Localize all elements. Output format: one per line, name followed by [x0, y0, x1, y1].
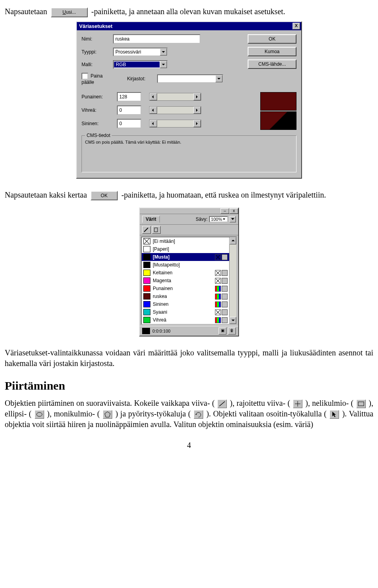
paina-checkbox[interactable] — [82, 73, 88, 80]
footer-text: 0:0:0:100 — [152, 329, 170, 333]
label-punainen: Punainen: — [82, 94, 117, 100]
varit-palette: – x Värit Sävy: 100% [Ei mitään] [Paperi… — [139, 207, 239, 337]
chevron-down-icon[interactable] — [215, 75, 222, 82]
para-4a: Objektien piirtäminen on suoraviivaista.… — [5, 399, 215, 407]
paina-checkbox-wrap[interactable]: Paina päälle — [82, 73, 115, 85]
palette-tabrow: Värit Sävy: 100% — [140, 214, 238, 225]
footer-swatch-icon — [142, 328, 150, 334]
palette-topbar: – x — [140, 208, 238, 214]
ok-inline-button[interactable]: OK — [91, 191, 118, 200]
close-icon[interactable]: x — [230, 208, 238, 214]
scroll-up-icon[interactable] — [230, 237, 236, 244]
dialog-titlebar: Väriasetukset X — [77, 22, 301, 30]
cms-text: CMS on pois päältä. Tämä väri käyttää: E… — [85, 140, 293, 144]
rectangle-tool-icon[interactable] — [356, 399, 366, 408]
color-item-ruskea[interactable]: ruskea — [142, 292, 229, 300]
kirjastot-select[interactable] — [157, 74, 223, 83]
vihrea-input[interactable] — [117, 105, 141, 115]
arrow-right-icon[interactable] — [193, 120, 201, 127]
ellipse-tool-icon[interactable] — [35, 410, 44, 419]
svg-rect-5 — [358, 402, 364, 406]
chevron-down-icon[interactable] — [160, 48, 167, 55]
trash-icon[interactable]: 🗑 — [228, 327, 236, 335]
para-4e: ), monikulmio- ( — [47, 409, 100, 418]
uusi-button[interactable]: Uusi... — [51, 7, 88, 17]
chevron-down-icon[interactable] — [160, 61, 167, 68]
arrow-left-icon[interactable] — [150, 107, 157, 114]
menu-icon[interactable] — [230, 216, 236, 222]
color-item-mustapeitto[interactable]: [Mustapeitto] — [142, 261, 229, 269]
color-item-keltainen[interactable]: Keltainen — [142, 269, 229, 277]
para-2a: Napsautetaan kaksi kertaa — [5, 190, 89, 199]
color-item-paperi[interactable]: [Paperi] — [142, 245, 229, 253]
constrained-line-tool-icon[interactable] — [293, 399, 302, 408]
color-item-syaani[interactable]: Syaani — [142, 308, 229, 316]
cms-lahde-button[interactable]: CMS-lähde... — [248, 59, 296, 69]
sininen-slider[interactable] — [149, 120, 201, 128]
color-item-punainen[interactable]: Punainen — [142, 285, 229, 292]
swatch-icon — [143, 262, 150, 268]
para-1a: Napsautetaan — [5, 7, 49, 16]
malli-value: RGB — [114, 61, 160, 68]
color-item-none[interactable]: [Ei mitään] — [142, 237, 229, 245]
varit-tab[interactable]: Värit — [142, 216, 160, 223]
para-1: Napsautetaan Uusi... -painiketta, ja ann… — [5, 6, 373, 17]
minimize-icon[interactable]: – — [220, 208, 229, 214]
uusi-label: usi... — [66, 9, 76, 15]
kumoa-button[interactable]: Kumoa — [248, 47, 296, 56]
cms-tiedot-group: CMS-tiedot CMS on pois päältä. Tämä väri… — [82, 135, 296, 172]
list-scrollbar[interactable] — [229, 237, 236, 324]
pointer-tool-icon[interactable] — [330, 410, 339, 419]
polygon-tool-icon[interactable] — [103, 410, 112, 419]
para-2b: -painiketta, ja huomataan, että ruskea o… — [121, 190, 326, 199]
label-nimi: Nimi: — [82, 36, 113, 42]
ok-button[interactable]: OK — [248, 34, 296, 44]
swatch-icon — [143, 277, 150, 284]
swatch-icon — [143, 285, 150, 292]
scroll-down-icon[interactable] — [230, 317, 236, 324]
color-item-sininen[interactable]: Sininen — [142, 300, 229, 308]
fill-icon[interactable] — [152, 226, 161, 234]
arrow-left-icon[interactable] — [150, 93, 157, 100]
nimi-input[interactable] — [113, 34, 200, 44]
arrow-right-icon[interactable] — [193, 93, 201, 100]
close-icon[interactable]: X — [293, 23, 300, 30]
new-color-icon[interactable]: ▣ — [219, 327, 226, 335]
swatch-icon — [143, 293, 150, 300]
mark-icon — [215, 294, 221, 300]
tyyppi-select[interactable]: Prosessiväri — [113, 48, 168, 56]
swatch-icon — [143, 317, 150, 323]
vihrea-slider[interactable] — [149, 106, 201, 114]
swatch-icon — [143, 301, 150, 307]
chevron-down-icon[interactable] — [222, 217, 226, 222]
sininen-input[interactable] — [117, 119, 141, 128]
mark-icon — [215, 309, 221, 315]
line-tool-icon[interactable] — [217, 399, 227, 408]
color-item-vihrea[interactable]: Vihreä — [142, 316, 229, 324]
mark-icon — [215, 278, 221, 284]
svg-line-2 — [219, 401, 225, 406]
malli-select[interactable]: RGB — [113, 60, 168, 69]
mark-icon — [222, 278, 228, 284]
arrow-right-icon[interactable] — [193, 107, 201, 114]
color-swatch-old — [260, 111, 296, 130]
mark-icon — [222, 270, 228, 276]
savy-input[interactable]: 100% — [209, 216, 228, 222]
color-item-magenta[interactable]: Magenta — [142, 277, 229, 285]
svg-rect-1 — [154, 228, 158, 232]
arrow-left-icon[interactable] — [150, 120, 157, 127]
punainen-input[interactable] — [117, 92, 141, 102]
rotate-tool-icon[interactable] — [194, 410, 203, 419]
heading-piirtaminen: Piirtäminen — [5, 379, 373, 392]
mark-icon — [222, 254, 228, 260]
svg-point-6 — [37, 412, 42, 416]
dialog-title: Väriasetukset — [79, 23, 113, 29]
para-1b: -painiketta, ja annetaan alla olevan kuv… — [91, 7, 285, 16]
punainen-slider[interactable] — [149, 93, 201, 101]
palette-footer: 0:0:0:100 ▣ 🗑 — [140, 326, 238, 336]
swatch-icon — [143, 246, 150, 252]
color-item-musta[interactable]: [Musta] — [142, 253, 229, 261]
swatch-icon — [143, 309, 150, 315]
pencil-icon[interactable] — [142, 226, 151, 234]
color-swatch-new — [260, 92, 296, 111]
